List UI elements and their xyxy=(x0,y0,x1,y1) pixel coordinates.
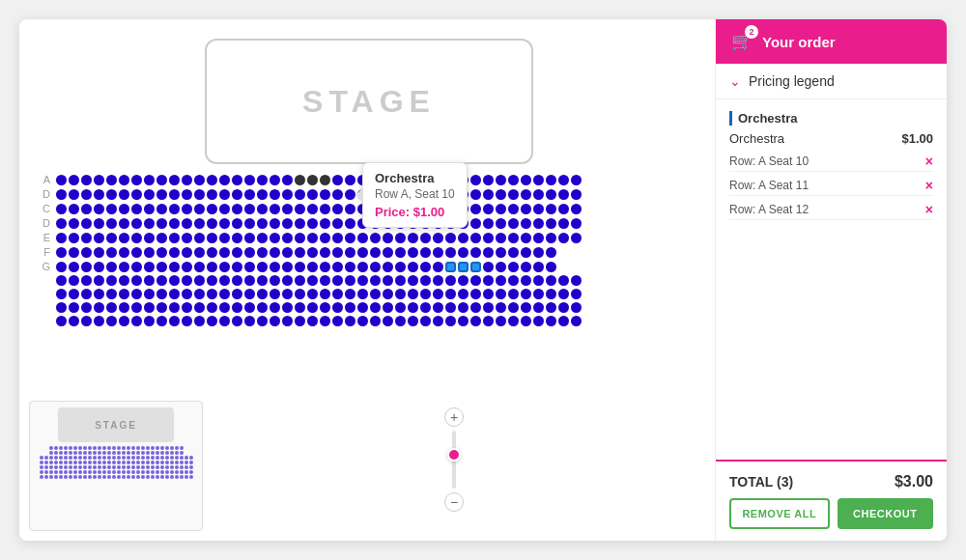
seat[interactable] xyxy=(558,289,569,299)
seat[interactable] xyxy=(433,316,443,326)
seat[interactable] xyxy=(332,302,343,313)
seat[interactable] xyxy=(207,262,217,272)
seat[interactable] xyxy=(106,204,117,214)
seat[interactable] xyxy=(182,189,192,200)
seat[interactable] xyxy=(533,218,544,229)
seat[interactable] xyxy=(131,275,142,286)
seat[interactable] xyxy=(508,289,519,299)
seat[interactable] xyxy=(345,204,355,214)
seat[interactable] xyxy=(182,247,192,258)
seat[interactable] xyxy=(521,204,531,214)
seat[interactable] xyxy=(508,218,519,229)
seat[interactable] xyxy=(244,175,255,185)
seat[interactable] xyxy=(207,175,217,185)
seat[interactable] xyxy=(533,204,544,214)
seat[interactable] xyxy=(169,316,180,326)
seat[interactable] xyxy=(295,302,305,313)
seat[interactable] xyxy=(194,247,205,258)
seat[interactable] xyxy=(282,275,293,286)
seat[interactable] xyxy=(546,302,556,313)
seat[interactable] xyxy=(119,233,129,243)
seat[interactable] xyxy=(131,316,142,326)
seat[interactable] xyxy=(320,275,330,286)
seat[interactable] xyxy=(56,247,67,258)
seat[interactable] xyxy=(295,204,305,214)
seat[interactable] xyxy=(94,175,104,185)
seat[interactable] xyxy=(470,275,481,286)
seat[interactable] xyxy=(169,218,180,229)
seat[interactable] xyxy=(257,233,268,243)
seat[interactable] xyxy=(169,247,180,258)
seat[interactable] xyxy=(56,189,67,200)
seat[interactable] xyxy=(307,316,318,326)
seat[interactable] xyxy=(94,275,104,286)
seat[interactable] xyxy=(420,289,431,299)
seat[interactable] xyxy=(81,218,92,229)
seat[interactable] xyxy=(571,218,582,229)
seat[interactable] xyxy=(69,233,79,243)
seat[interactable] xyxy=(81,204,92,214)
seat[interactable] xyxy=(81,175,92,185)
seat[interactable] xyxy=(81,302,92,313)
seat[interactable] xyxy=(383,289,393,299)
seat[interactable] xyxy=(106,302,117,313)
seat[interactable] xyxy=(219,302,230,313)
seat[interactable] xyxy=(508,302,519,313)
seat[interactable] xyxy=(558,316,569,326)
seat[interactable] xyxy=(219,316,230,326)
seat[interactable] xyxy=(496,189,506,200)
seat[interactable] xyxy=(106,218,117,229)
seat[interactable] xyxy=(282,262,293,272)
seat[interactable] xyxy=(496,175,506,185)
seat[interactable] xyxy=(408,233,418,243)
zoom-slider[interactable] xyxy=(452,431,456,489)
seat[interactable] xyxy=(81,316,92,326)
seat[interactable] xyxy=(94,302,104,313)
seat[interactable] xyxy=(270,289,280,299)
seat[interactable] xyxy=(345,302,355,313)
seat[interactable] xyxy=(332,218,343,229)
seat[interactable] xyxy=(496,233,506,243)
seat[interactable] xyxy=(119,218,129,229)
seat[interactable] xyxy=(320,302,330,313)
seat[interactable] xyxy=(244,218,255,229)
seat[interactable] xyxy=(156,218,167,229)
seat[interactable] xyxy=(571,289,582,299)
seat[interactable] xyxy=(56,218,67,229)
seat[interactable] xyxy=(458,275,469,286)
seat[interactable] xyxy=(119,316,129,326)
seat[interactable] xyxy=(496,316,506,326)
seat[interactable] xyxy=(119,175,129,185)
seat[interactable] xyxy=(131,289,142,299)
seat[interactable] xyxy=(94,289,104,299)
seat[interactable] xyxy=(119,204,129,214)
seat[interactable] xyxy=(408,316,418,326)
seat[interactable] xyxy=(207,302,217,313)
seat[interactable] xyxy=(533,175,544,185)
seat[interactable] xyxy=(232,289,242,299)
seat[interactable] xyxy=(169,262,180,272)
seat[interactable] xyxy=(508,204,519,214)
seat[interactable] xyxy=(508,189,519,200)
seat[interactable] xyxy=(94,204,104,214)
seat[interactable] xyxy=(94,262,104,272)
seat[interactable] xyxy=(94,218,104,229)
seat[interactable] xyxy=(420,316,431,326)
seat[interactable] xyxy=(194,204,205,214)
seat[interactable] xyxy=(483,204,494,214)
seat[interactable] xyxy=(420,275,431,286)
seat[interactable] xyxy=(571,204,582,214)
seat[interactable] xyxy=(56,175,67,185)
seat[interactable] xyxy=(320,189,330,200)
seat[interactable] xyxy=(219,218,230,229)
seat[interactable] xyxy=(81,247,92,258)
seat[interactable] xyxy=(433,289,443,299)
seat[interactable] xyxy=(483,289,494,299)
seat[interactable] xyxy=(219,204,230,214)
seat[interactable] xyxy=(395,262,406,272)
seat[interactable] xyxy=(420,247,431,258)
seat[interactable] xyxy=(244,275,255,286)
seat[interactable] xyxy=(194,262,205,272)
seat[interactable] xyxy=(194,233,205,243)
seat[interactable] xyxy=(546,262,556,272)
